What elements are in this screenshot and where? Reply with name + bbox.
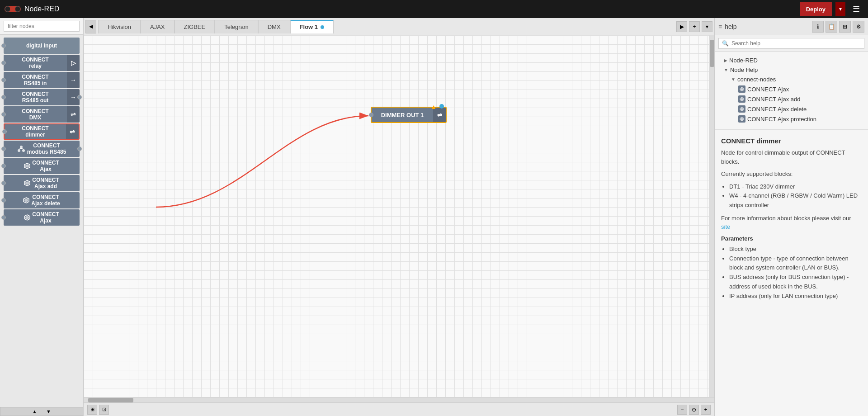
node-port-left — [1, 78, 6, 82]
canvas-node-label: DIMMER OUT 1 — [372, 112, 433, 118]
panel-info-button[interactable]: ℹ — [812, 21, 824, 33]
filter-nodes-input[interactable] — [4, 21, 80, 32]
svg-line-8 — [21, 148, 24, 149]
node-label: CONNECTAjax add — [4, 177, 80, 190]
help-supported-blocks-list: DT1 - Triac 230V dimmer W4 - 4-channel (… — [721, 182, 862, 210]
scroll-up-button[interactable]: ▲ — [32, 409, 37, 414]
header: Node-RED Deploy ▾ ☰ — [0, 0, 868, 18]
ajax-bottom-gem-icon — [24, 214, 30, 221]
tree-item-connect-nodes[interactable]: ▼ connect-nodes — [715, 75, 868, 84]
gem-svg-delete — [740, 107, 744, 111]
tree-caret-connect-nodes: ▼ — [731, 77, 736, 82]
help-section: CONNECT dimmer Node for control dimmable… — [715, 132, 868, 310]
canvas-bottom-right: − ⊙ + — [677, 405, 711, 415]
canvas-map-button[interactable]: ⊞ — [87, 405, 97, 415]
canvas-node-dimmer-out1[interactable]: ▲ DIMMER OUT 1 ⇌ — [371, 107, 447, 123]
deploy-button[interactable]: Deploy — [800, 2, 832, 16]
node-label: CONNECTAjax — [4, 160, 80, 173]
svg-line-7 — [19, 148, 21, 149]
tab-controls: ▶ + ▾ — [676, 21, 712, 32]
node-label: digital input — [4, 43, 80, 49]
tab-dmx[interactable]: DMX — [258, 20, 290, 33]
node-item-connect-modbus[interactable]: CONNECTmodbus RS485 — [4, 141, 80, 157]
zoom-fit-button[interactable]: ⊙ — [689, 405, 699, 415]
svg-rect-3 — [10, 8, 15, 10]
canvas-fit-button[interactable]: ⊡ — [99, 405, 109, 415]
panel-book-button[interactable]: 📋 — [826, 21, 837, 33]
node-item-connect-rs485-in[interactable]: CONNECTRS485 in → — [4, 72, 80, 88]
tab-prev-button[interactable]: ▶ — [676, 21, 687, 32]
node-item-connect-relay[interactable]: CONNECTrelay ▷ — [4, 55, 80, 71]
panel-gear-button[interactable]: ⚙ — [853, 21, 864, 33]
tab-flow1[interactable]: Flow 1 — [290, 20, 334, 33]
help-supported-label: Currently supported blocks: — [721, 170, 862, 179]
help-site-link[interactable]: site — [721, 223, 730, 230]
tab-hikvision[interactable]: Hikvision — [98, 20, 141, 33]
node-label: CONNECTRS485 in — [4, 74, 67, 87]
svg-marker-12 — [25, 181, 29, 185]
help-tree: ▶ Node-RED ▼ Node Help ▼ connect-nodes — [715, 52, 868, 128]
node-label: CONNECTRS485 out — [4, 91, 67, 104]
canvas-horizontal-scrollbar[interactable] — [84, 397, 714, 402]
help-block-w4: W4 - 4-channel (RGB / RGBW / Cold Warm) … — [729, 191, 862, 210]
help-section-title: CONNECT dimmer — [721, 137, 862, 145]
tree-item-connect-ajax-add[interactable]: CONNECT Ajax add — [715, 94, 868, 104]
node-item-connect-ajax-bottom[interactable]: CONNECTAjax — [4, 209, 80, 226]
ajax-delete-gem-icon — [23, 197, 29, 203]
zoom-in-button[interactable]: + — [701, 405, 711, 415]
tab-dropdown-button[interactable]: ▾ — [702, 21, 712, 32]
node-item-connect-dimmer[interactable]: CONNECTdimmer ⇌ — [4, 123, 80, 140]
node-item-digital-input[interactable]: digital input — [4, 38, 80, 54]
tree-item-connect-ajax-protection[interactable]: CONNECT Ajax protection — [715, 114, 868, 124]
help-params-label: Parameters — [721, 235, 862, 242]
tree-caret-node-red: ▶ — [724, 58, 727, 63]
node-item-connect-rs485-out[interactable]: CONNECTRS485 out → — [4, 89, 80, 105]
panel-grid-button[interactable]: ⊞ — [839, 21, 851, 33]
logo-area: Node-RED — [5, 4, 59, 14]
search-help-input[interactable] — [718, 38, 864, 49]
node-label: CONNECTAjax delete — [4, 194, 80, 207]
tree-label-connect-ajax: CONNECT Ajax — [747, 86, 789, 93]
node-port-left — [2, 129, 7, 134]
tab-add-button[interactable]: + — [689, 21, 700, 32]
zoom-fit-icon: ⊙ — [692, 407, 696, 413]
tree-item-connect-ajax[interactable]: CONNECT Ajax — [715, 84, 868, 94]
node-item-connect-ajax-delete[interactable]: CONNECTAjax delete — [4, 192, 80, 208]
node-port-right — [77, 147, 82, 151]
canvas-node-warning: ▲ — [430, 103, 437, 110]
node-item-connect-dmx[interactable]: CONNECTDMX ⇌ — [4, 106, 80, 123]
tree-item-connect-ajax-delete[interactable]: CONNECT Ajax delete — [715, 104, 868, 114]
deploy-dropdown-button[interactable]: ▾ — [835, 2, 845, 16]
node-item-connect-ajax-add[interactable]: CONNECTAjax add — [4, 175, 80, 191]
right-panel-title: ≡ help — [718, 23, 810, 30]
tree-label-node-help: Node Help — [730, 66, 758, 73]
canvas-node-status-dot — [439, 104, 444, 109]
logo-icon — [5, 4, 21, 14]
canvas-background — [84, 35, 714, 397]
help-divider — [715, 129, 868, 130]
hamburger-button[interactable]: ☰ — [849, 2, 863, 16]
node-item-connect-ajax[interactable]: CONNECTAjax — [4, 158, 80, 174]
canvas-vscroll-thumb[interactable] — [710, 40, 714, 67]
gem-svg — [740, 87, 744, 91]
tree-item-node-help[interactable]: ▼ Node Help — [715, 65, 868, 75]
tree-node-ajax-add-icon — [738, 95, 745, 103]
canvas-hscroll-thumb[interactable] — [88, 398, 133, 402]
node-label: CONNECTmodbus RS485 — [4, 142, 80, 156]
help-block-dt1: DT1 - Triac 230V dimmer — [729, 182, 862, 192]
tab-collapse-button[interactable]: ◀ — [85, 20, 96, 33]
tree-item-node-red[interactable]: ▶ Node-RED — [715, 56, 868, 65]
tree-caret-node-help: ▼ — [724, 67, 728, 72]
tab-zigbee[interactable]: ZIGBEE — [175, 20, 215, 33]
canvas-vertical-scrollbar[interactable] — [709, 35, 714, 397]
dmx-icon: ⇌ — [67, 106, 80, 123]
node-port-left — [1, 147, 6, 151]
tab-telegram[interactable]: Telegram — [215, 20, 258, 33]
help-intro-text: Node for control dimmable output of CONN… — [721, 148, 862, 166]
canvas-wrapper[interactable]: ▲ DIMMER OUT 1 ⇌ — [84, 35, 714, 397]
node-port-left — [1, 112, 6, 117]
tab-ajax[interactable]: AJAX — [141, 20, 175, 33]
help-content: ▶ Node-RED ▼ Node Help ▼ connect-nodes — [715, 52, 868, 416]
scroll-down-button[interactable]: ▼ — [46, 409, 51, 414]
zoom-out-button[interactable]: − — [677, 405, 687, 415]
